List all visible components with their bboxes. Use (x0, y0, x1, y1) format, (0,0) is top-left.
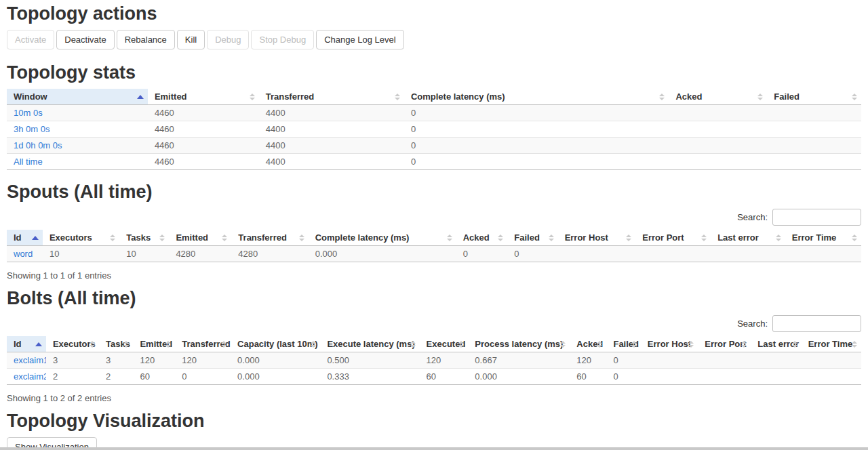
column-header-last-error[interactable]: Last error (751, 336, 801, 352)
column-label: Error Port (642, 232, 684, 243)
column-header-tasks[interactable]: Tasks (119, 230, 169, 246)
column-header-process-latency-ms[interactable]: Process latency (ms) (468, 336, 570, 352)
spouts-search: Search: (7, 208, 861, 226)
bolts-search-input[interactable] (772, 315, 861, 332)
sort-icon (741, 341, 747, 348)
cell-acked (669, 138, 767, 154)
deactivate-button[interactable]: Deactivate (56, 30, 114, 49)
kill-button[interactable]: Kill (177, 30, 205, 49)
sort-icon (222, 234, 227, 241)
cell-complete-latency-ms: 0 (404, 121, 669, 138)
word-link[interactable]: word (14, 249, 33, 259)
sort-icon (792, 341, 797, 348)
column-header-window[interactable]: Window (7, 89, 148, 105)
column-label: Id (14, 339, 22, 349)
sort-icon (110, 234, 115, 241)
column-label: Capacity (last 10m) (237, 339, 318, 349)
sort-icon (852, 94, 857, 100)
table-row: 1d 0h 0m 0s446044000 (7, 138, 861, 154)
column-header-error-port[interactable]: Error Port (698, 336, 751, 352)
bolts-table: IdExecutorsTasksEmittedTransferredCapaci… (7, 336, 861, 385)
10m-0s-link[interactable]: 10m 0s (14, 108, 43, 118)
column-header-complete-latency-ms[interactable]: Complete latency (ms) (404, 89, 669, 105)
column-label: Complete latency (ms) (315, 232, 410, 243)
column-header-tasks[interactable]: Tasks (99, 336, 133, 352)
cell-process-latency-ms: 0.667 (468, 352, 570, 369)
topology-stats-table: WindowEmittedTransferredComplete latency… (7, 89, 861, 170)
column-header-error-host[interactable]: Error Host (558, 230, 636, 246)
cell-capacity-last-10m: 0.000 (231, 352, 320, 369)
cell-error-time (785, 246, 861, 262)
spouts-search-input[interactable] (772, 209, 861, 226)
column-label: Window (14, 91, 47, 102)
column-header-emitted[interactable]: Emitted (148, 89, 259, 105)
cell-error-port (698, 369, 751, 385)
column-header-id[interactable]: Id (7, 230, 43, 246)
cell-tasks: 2 (99, 369, 133, 385)
sort-icon (549, 234, 554, 241)
3h-0m-0s-link[interactable]: 3h 0m 0s (14, 124, 50, 134)
table-row: exclaim1331201200.0000.5001200.6671200 (7, 352, 861, 369)
cell-executed: 120 (420, 352, 469, 369)
cell-failed: 0 (507, 246, 557, 262)
sort-icon (659, 94, 665, 100)
column-header-emitted[interactable]: Emitted (169, 230, 231, 246)
column-label: Error Time (808, 339, 853, 349)
1d-0h-0m-0s-link[interactable]: 1d 0h 0m 0s (14, 140, 62, 150)
column-header-failed[interactable]: Failed (507, 230, 557, 246)
column-header-error-port[interactable]: Error Port (635, 230, 711, 246)
cell-executed: 60 (420, 369, 469, 385)
sort-icon (165, 341, 171, 348)
sort-icon (852, 341, 857, 348)
column-header-capacity-last-10m[interactable]: Capacity (last 10m) (231, 336, 320, 352)
cell-failed: 0 (606, 352, 640, 369)
cell-executors: 10 (43, 246, 119, 262)
column-header-error-host[interactable]: Error Host (641, 336, 698, 352)
column-header-acked[interactable]: Acked (669, 89, 767, 105)
column-label: Complete latency (ms) (411, 91, 505, 102)
rebalance-button[interactable]: Rebalance (117, 30, 175, 49)
cell-emitted: 4460 (148, 105, 259, 121)
exclaim2-link[interactable]: exclaim2 (14, 371, 46, 382)
column-header-failed[interactable]: Failed (606, 336, 640, 352)
column-header-executors[interactable]: Executors (46, 336, 99, 352)
cell-id: exclaim2 (7, 369, 46, 385)
column-header-executed[interactable]: Executed (420, 336, 469, 352)
cell-acked (669, 154, 767, 170)
column-header-acked[interactable]: Acked (456, 230, 508, 246)
change-log-level-button[interactable]: Change Log Level (316, 30, 404, 49)
sort-icon (159, 234, 165, 241)
activate-button: Activate (7, 30, 54, 49)
cell-complete-latency-ms: 0 (404, 138, 669, 154)
cell-tasks: 10 (119, 246, 169, 262)
column-header-emitted[interactable]: Emitted (133, 336, 175, 352)
all-time-link[interactable]: All time (14, 157, 43, 167)
cell-error-host (641, 369, 698, 385)
column-header-complete-latency-ms[interactable]: Complete latency (ms) (309, 230, 456, 246)
column-header-last-error[interactable]: Last error (711, 230, 785, 246)
column-header-transferred[interactable]: Transferred (231, 230, 308, 246)
sort-icon (701, 234, 707, 241)
column-label: Id (14, 232, 22, 243)
cell-transferred: 0 (175, 369, 231, 385)
column-header-transferred[interactable]: Transferred (259, 89, 404, 105)
column-header-acked[interactable]: Acked (570, 336, 606, 352)
column-header-id[interactable]: Id (7, 336, 46, 352)
sort-icon (250, 94, 255, 100)
column-label: Error Port (705, 339, 746, 349)
sort-ascending-icon (35, 342, 42, 346)
column-header-executors[interactable]: Executors (43, 230, 119, 246)
cell-failed (767, 138, 861, 154)
column-header-transferred[interactable]: Transferred (175, 336, 231, 352)
sort-icon (852, 234, 857, 241)
exclaim1-link[interactable]: exclaim1 (14, 355, 46, 365)
column-header-error-time[interactable]: Error Time (802, 336, 861, 352)
column-header-error-time[interactable]: Error Time (785, 230, 861, 246)
cell-last-error (751, 352, 801, 369)
column-header-failed[interactable]: Failed (767, 89, 861, 105)
column-header-execute-latency-ms[interactable]: Execute latency (ms) (320, 336, 419, 352)
cell-execute-latency-ms: 0.500 (320, 352, 419, 369)
cell-error-time (802, 369, 861, 385)
spouts-table: IdExecutorsTasksEmittedTransferredComple… (7, 230, 861, 262)
debug-button: Debug (207, 30, 249, 49)
